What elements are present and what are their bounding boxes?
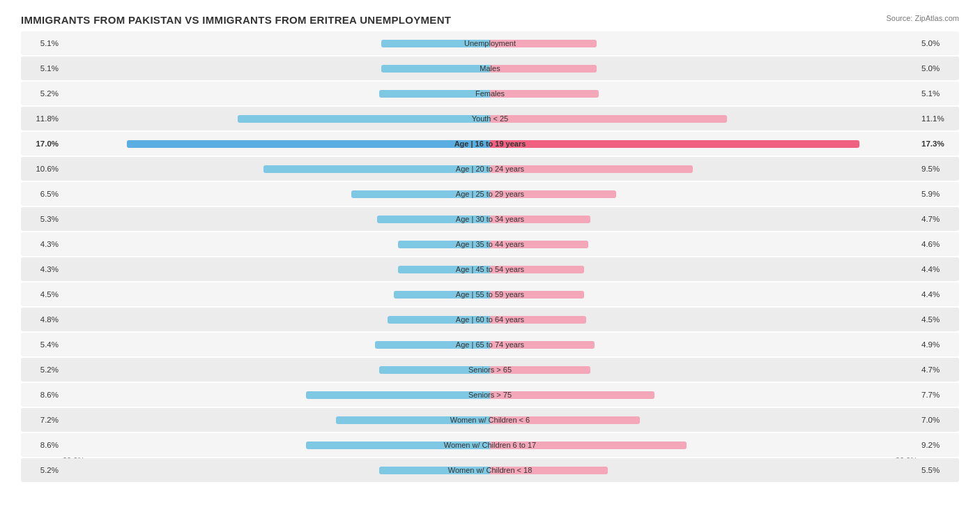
right-value: 7.7%	[917, 391, 959, 399]
bar-left	[379, 467, 490, 474]
bar-right	[490, 115, 727, 123]
bar-left	[263, 165, 490, 173]
bar-right	[490, 266, 584, 273]
bar-right	[490, 316, 586, 324]
right-half	[490, 31, 917, 55]
left-value: 8.6%	[21, 441, 63, 449]
right-half	[490, 82, 917, 105]
right-value: 7.0%	[917, 416, 959, 424]
bar-right	[490, 416, 640, 424]
left-value: 4.8%	[21, 315, 63, 324]
left-half	[63, 257, 490, 281]
right-half	[490, 308, 917, 331]
chart-row: 5.2%Females5.1%	[21, 82, 959, 105]
bar-left	[238, 115, 490, 123]
right-half	[490, 257, 917, 281]
right-value: 5.0%	[917, 39, 959, 47]
left-value: 10.6%	[21, 165, 63, 173]
bar-left	[381, 65, 490, 73]
bar-left	[398, 266, 490, 273]
right-value: 4.4%	[917, 265, 959, 273]
left-half	[63, 358, 490, 382]
right-value: 9.2%	[917, 441, 959, 449]
chart-row: 4.8%Age | 60 to 64 years4.5%	[21, 308, 959, 331]
chart-row: 6.5%Age | 25 to 29 years5.9%	[21, 182, 959, 206]
chart-row: 5.1%Males5.0%	[21, 56, 959, 80]
left-half	[63, 31, 490, 55]
left-half	[63, 56, 490, 80]
right-half	[490, 458, 917, 482]
left-value: 6.5%	[21, 190, 63, 198]
half-bars: Age | 60 to 64 years	[63, 308, 917, 331]
half-bars: Youth < 25	[63, 107, 917, 130]
left-half	[63, 182, 490, 206]
left-value: 4.3%	[21, 240, 63, 248]
left-half	[63, 132, 490, 156]
bar-left	[336, 416, 490, 424]
right-half	[490, 408, 917, 432]
half-bars: Age | 30 to 34 years	[63, 207, 917, 231]
left-value: 11.8%	[21, 114, 63, 123]
half-bars: Age | 16 to 19 years	[63, 132, 917, 156]
left-value: 7.2%	[21, 416, 63, 424]
half-bars: Age | 35 to 44 years	[63, 232, 917, 256]
right-value: 4.6%	[917, 240, 959, 248]
right-value: 4.5%	[917, 315, 959, 324]
left-half	[63, 107, 490, 130]
chart-row: 11.8%Youth < 2511.1%	[21, 107, 959, 130]
right-value: 4.7%	[917, 215, 959, 223]
left-value: 5.3%	[21, 215, 63, 223]
left-value: 8.6%	[21, 391, 63, 399]
right-half	[490, 433, 917, 457]
chart-row: 10.6%Age | 20 to 24 years9.5%	[21, 157, 959, 181]
source-label: Source: ZipAtlas.com	[886, 14, 959, 22]
half-bars: Unemployment	[63, 31, 917, 55]
chart-row: 5.2%Seniors > 654.7%	[21, 358, 959, 382]
right-half	[490, 207, 917, 231]
right-value: 5.5%	[917, 466, 959, 474]
chart-row: 8.6%Seniors > 757.7%	[21, 383, 959, 407]
chart-row: 17.0%Age | 16 to 19 years17.3%	[21, 132, 959, 156]
right-half	[490, 107, 917, 130]
right-half	[490, 383, 917, 407]
bar-left	[388, 316, 490, 324]
right-value: 5.1%	[917, 89, 959, 98]
half-bars: Age | 55 to 59 years	[63, 282, 917, 306]
left-half	[63, 157, 490, 181]
right-value: 17.3%	[917, 139, 959, 148]
right-half	[490, 358, 917, 382]
chart-row: 4.5%Age | 55 to 59 years4.4%	[21, 282, 959, 306]
bar-left	[306, 442, 490, 449]
left-half	[63, 308, 490, 331]
right-value: 4.4%	[917, 290, 959, 299]
chart-row: 4.3%Age | 35 to 44 years4.6%	[21, 232, 959, 256]
bar-right	[490, 140, 859, 148]
bar-right	[490, 190, 616, 198]
left-half	[63, 383, 490, 407]
half-bars: Age | 65 to 74 years	[63, 333, 917, 356]
left-half	[63, 333, 490, 356]
right-value: 5.0%	[917, 64, 959, 73]
bar-right	[490, 65, 597, 73]
half-bars: Women w/ Children < 18	[63, 458, 917, 482]
half-bars: Seniors > 65	[63, 358, 917, 382]
left-value: 5.1%	[21, 64, 63, 73]
right-value: 4.7%	[917, 365, 959, 374]
bar-right	[490, 216, 590, 223]
chart-row: 5.4%Age | 65 to 74 years4.9%	[21, 333, 959, 356]
chart-row: 4.3%Age | 45 to 54 years4.4%	[21, 257, 959, 281]
half-bars: Males	[63, 56, 917, 80]
left-value: 5.2%	[21, 89, 63, 98]
left-half	[63, 82, 490, 105]
chart-row: 5.2%Women w/ Children < 185.5%	[21, 458, 959, 482]
left-value: 5.1%	[21, 39, 63, 47]
left-half	[63, 408, 490, 432]
bar-left	[351, 190, 490, 198]
bar-right	[490, 467, 608, 474]
half-bars: Age | 25 to 29 years	[63, 182, 917, 206]
bar-left	[379, 90, 490, 98]
half-bars: Seniors > 75	[63, 383, 917, 407]
bar-left	[394, 291, 490, 299]
bar-right	[490, 241, 588, 248]
bar-right	[490, 165, 693, 173]
